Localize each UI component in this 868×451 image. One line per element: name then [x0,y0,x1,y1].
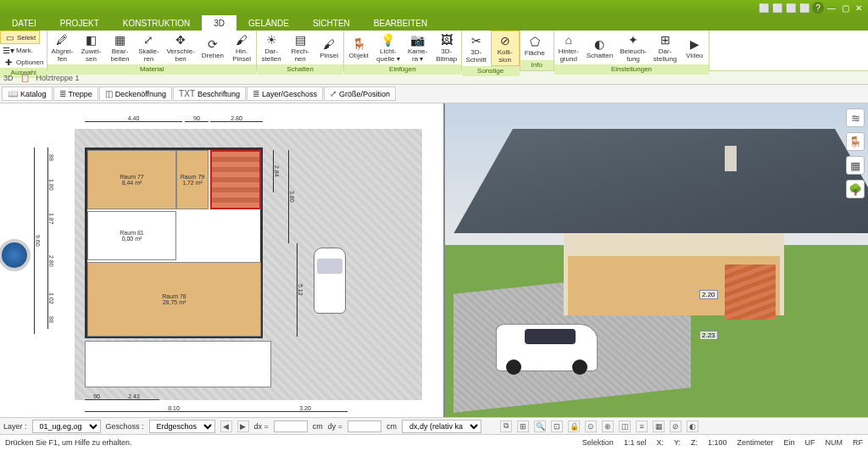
tab-datei[interactable]: DATEI [0,15,48,31]
bb-ico-8[interactable]: ≡ [636,420,648,432]
bb-ico-3[interactable]: ⊡ [551,420,563,432]
treppe-button[interactable]: ≣Treppe [53,86,98,101]
drehen-button[interactable]: ⟳Drehen [198,31,227,64]
rotate-icon: ⟳ [205,36,220,52]
ribbon-group-info: ⬠Fläche Info [520,31,554,70]
tb-ico-0[interactable]: ⬜ [758,2,770,14]
beleuchtung-button[interactable]: ✦Beleuch-tung [616,31,650,64]
room-81[interactable]: Raum 810,00 m² [87,211,176,260]
verschieben-button[interactable]: ✥Verschie-ben [163,31,198,64]
pinsel-button[interactable]: 🖌Pinsel [314,31,343,64]
plants-tool[interactable]: 🌳 [846,180,865,198]
maximize-button[interactable]: ▢ [839,2,851,14]
selekt-button[interactable]: ▭Selekt [0,31,40,44]
hintergrund-button[interactable]: ⌂Hinter-grund [554,31,583,64]
dy-input[interactable] [348,420,381,432]
ribbon-group-auswahl: ▭Selekt ☰▾Mark. ✚Optionen Auswahl [0,31,47,70]
room-78[interactable]: Raum 7828,75 m² [87,262,261,337]
help-icon[interactable]: ? [812,2,824,14]
layers-tool[interactable]: ≋ [846,109,865,127]
skalieren-button[interactable]: ⤢Skalie-ren [134,31,163,64]
hin-pinsel-button[interactable]: 🖌Hin.Pinsel [227,31,256,64]
dim-bot-1: 90 [85,393,108,400]
status-rf: RF [853,438,863,447]
floorplan-view[interactable]: Raum 778,44 m² Raum 791,72 m² Raum 810,0… [0,103,445,417]
room-77[interactable]: Raum 778,44 m² [87,150,176,209]
tab-gelaende[interactable]: GELÄNDE [236,15,301,31]
move-icon: ✥ [173,32,188,47]
bb-ico-9[interactable]: ▦ [653,420,665,432]
darstellung-button[interactable]: ⊞Dar-stellung [650,31,681,64]
shadow-icon: ◐ [592,36,607,52]
group-label: Einfügen [344,64,461,75]
text-icon: TXT [179,89,195,98]
abgreifen-button[interactable]: 🖉Abgrei-fen [47,31,76,64]
video-button[interactable]: ▶Video [680,31,709,64]
layer-label: Layer : [3,422,27,431]
optionen-button[interactable]: ✚Optionen [0,56,47,68]
rechnen-button[interactable]: ▤Rech-nen [286,31,314,64]
mark-button[interactable]: ☰▾Mark. [0,44,36,56]
pool [0,239,31,271]
bb-ico-6[interactable]: ⊕ [602,420,614,432]
zuweisen-button[interactable]: ◧Zuwei-sen [76,31,105,64]
kollision-button[interactable]: ⊘Kolli-sion [491,31,520,66]
cut-icon: ✂ [469,33,484,48]
darstellen-button[interactable]: ☀Dar-stellen [257,31,286,64]
bitmap-icon: 🖼 [439,32,454,47]
status-z: Z: [691,438,698,447]
close-button[interactable]: ✕ [853,2,865,14]
3d-bitmap-button[interactable]: 🖼3D-Bitmap [432,31,461,64]
deckenoeffnung-button[interactable]: ◫Deckenöffnung [99,86,172,101]
room-79[interactable]: Raum 791,72 m² [176,150,209,209]
minimize-button[interactable]: — [826,2,837,14]
layers-icon: ≣ [253,89,259,98]
geschoss-select[interactable]: Erdgeschos [149,420,215,433]
car-2d [314,248,346,314]
materials-tool[interactable]: ▦ [846,156,865,175]
tb-ico-1[interactable]: ⬜ [771,2,783,14]
tab-3d[interactable]: 3D [202,15,236,31]
status-ein: Ein [783,438,794,447]
dim-bot-3: 8.10 [85,405,263,412]
objekt-button[interactable]: 🪑Objekt [344,31,373,64]
bb-ico-0[interactable]: ⧉ [500,420,512,432]
prev-icon[interactable]: ◀ [220,420,232,432]
staircase[interactable] [210,150,261,209]
kamera-button[interactable]: 📷Kame-ra ▾ [403,31,432,64]
bb-ico-1[interactable]: ⊞ [517,420,529,432]
katalog-button[interactable]: 📖Katalog [2,86,53,101]
tb-ico-2[interactable]: ⬜ [785,2,797,14]
bb-ico-10[interactable]: ⊘ [670,420,682,432]
bb-ico-5[interactable]: ⊙ [585,420,597,432]
coord-mode-select[interactable]: dx,dy (relativ ka [402,420,481,433]
3d-view[interactable]: 2.20 2.23 ≋ 🪑 ▦ 🌳 [445,103,868,417]
terrace [85,341,271,387]
dx-input[interactable] [274,420,308,432]
flaeche-button[interactable]: ⬠Fläche [520,31,549,60]
bb-ico-11[interactable]: ◐ [687,420,698,432]
bb-ico-7[interactable]: ◫ [619,420,631,432]
tab-sichten[interactable]: SICHTEN [301,15,362,31]
dim3d-2: 2.23 [699,331,718,340]
dim-left-5: 1.02 [47,287,54,310]
tab-projekt[interactable]: PROJEKT [48,15,111,31]
light-icon: 💡 [381,32,396,47]
beschriftung-button[interactable]: TXTBeschriftung [173,86,246,101]
lichtquelle-button[interactable]: 💡Licht-quelle ▾ [373,31,403,64]
bb-ico-2[interactable]: 🔍 [534,420,546,432]
bb-ico-4[interactable]: 🔒 [568,420,580,432]
tab-konstruktion[interactable]: KONSTRUKTION [111,15,202,31]
layer-select[interactable]: 01_ug,eg,og [32,420,101,433]
3d-staircase[interactable] [725,264,776,320]
bearbeiten-button[interactable]: ▦Bear-beiten [105,31,134,64]
schatten-button[interactable]: ◐Schatten [583,31,617,64]
tb-ico-3[interactable]: ⬜ [798,2,810,14]
furniture-tool[interactable]: 🪑 [846,132,865,151]
tab-bearbeiten[interactable]: BEARBEITEN [362,15,439,31]
groesse-position-button[interactable]: ⤢Größe/Position [324,86,396,101]
layer-geschoss-button[interactable]: ≣Layer/Geschoss [247,86,323,101]
next-icon[interactable]: ▶ [237,420,249,432]
side-tools: ≋ 🪑 ▦ 🌳 [846,109,865,198]
3d-schnitt-button[interactable]: ✂3D-Schnitt [462,31,491,66]
